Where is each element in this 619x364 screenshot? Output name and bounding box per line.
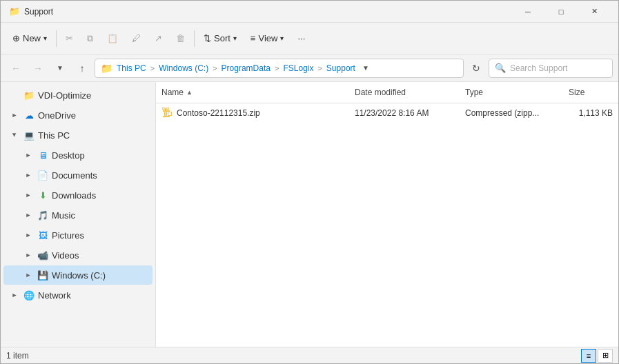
sidebar-item-desktop[interactable]: ► 🖥 Desktop [3, 145, 153, 165]
toolbar: ⊕ New ▾ ✂ ⧉ 📋 🖊 ↗ 🗑 ⇅ Sort ▾ ≡ View ▾ ··… [1, 23, 618, 54]
large-icons-view-button[interactable]: ⊞ [598, 349, 613, 363]
chevron-icon: ► [23, 190, 34, 201]
forward-button[interactable]: → [28, 59, 48, 78]
view-button[interactable]: ≡ View ▾ [244, 28, 291, 50]
chevron-icon [9, 90, 20, 101]
zip-icon: 🗜 [161, 107, 173, 119]
sidebar-item-onedrive[interactable]: ► ☁ OneDrive [3, 105, 153, 125]
back-button[interactable]: ← [6, 59, 26, 78]
sidebar-item-label: Music [52, 210, 147, 221]
breadcrumb-fslogix[interactable]: FSLogix [283, 63, 313, 73]
file-list: Name ▲ Date modified Type Size 🗜 Contoso… [156, 82, 618, 347]
item-count: 1 item [6, 351, 29, 361]
pc-icon: 💻 [23, 129, 35, 141]
breadcrumb-support[interactable]: Support [326, 63, 355, 73]
window-title: Support [24, 7, 53, 17]
column-header-size[interactable]: Size [563, 85, 618, 100]
chevron-icon: ► [23, 230, 34, 241]
new-button[interactable]: ⊕ New ▾ [6, 28, 53, 50]
maximize-button[interactable]: □ [545, 1, 577, 23]
sidebar-item-pictures[interactable]: ► 🖼 Pictures [3, 225, 153, 245]
column-header-name[interactable]: Name ▲ [156, 85, 349, 100]
delete-button[interactable]: 🗑 [170, 28, 191, 50]
view-icon: ≡ [250, 33, 256, 43]
more-button[interactable]: ··· [291, 28, 311, 50]
copy-button[interactable]: ⧉ [81, 28, 99, 50]
sidebar-item-vdi-optimize[interactable]: 📁 VDI-Optimize [3, 85, 153, 105]
copy-icon: ⧉ [87, 33, 93, 44]
new-dropdown-icon: ▾ [43, 34, 47, 42]
chevron-icon: ► [23, 210, 34, 221]
breadcrumb-sep-1: > [150, 64, 155, 72]
title-bar: 📁 Support ─ □ ✕ [1, 1, 618, 23]
sidebar-item-documents[interactable]: ► 📄 Documents [3, 165, 153, 185]
sidebar-item-label: Windows (C:) [52, 270, 147, 281]
rename-button[interactable]: 🖊 [126, 28, 147, 50]
docs-icon: 📄 [37, 169, 49, 181]
sidebar-item-music[interactable]: ► 🎵 Music [3, 205, 153, 225]
column-header-type[interactable]: Type [460, 85, 563, 100]
search-placeholder: Search Support [510, 63, 567, 73]
refresh-button[interactable]: ↻ [466, 59, 486, 78]
chevron-icon: ► [9, 110, 20, 121]
up-button[interactable]: ↑ [72, 59, 92, 78]
minimize-button[interactable]: ─ [512, 1, 544, 23]
windows-icon: 💾 [37, 269, 49, 281]
file-list-header: Name ▲ Date modified Type Size [156, 82, 618, 103]
sidebar-item-label: Downloads [52, 190, 147, 201]
table-row[interactable]: 🗜 Contoso-22112315.zip 11/23/2022 8:16 A… [156, 103, 618, 123]
column-name-label: Name [161, 88, 184, 97]
cut-button[interactable]: ✂ [59, 28, 79, 50]
window-icon: 📁 [9, 6, 20, 17]
sidebar-item-label: Documents [52, 170, 147, 181]
status-bar: 1 item ≡ ⊞ [1, 347, 618, 363]
cut-icon: ✂ [66, 33, 73, 43]
paste-button[interactable]: 📋 [101, 28, 124, 50]
sidebar: 📁 VDI-Optimize ► ☁ OneDrive ► 💻 This PC … [1, 82, 156, 347]
rename-icon: 🖊 [132, 33, 141, 43]
more-icon: ··· [297, 33, 305, 43]
view-dropdown-icon: ▾ [280, 34, 284, 42]
column-size-label: Size [569, 88, 584, 97]
sort-button[interactable]: ⇅ Sort ▾ [197, 28, 243, 50]
address-box[interactable]: 📁 This PC > Windows (C:) > ProgramData >… [95, 59, 464, 78]
sidebar-item-this-pc[interactable]: ► 💻 This PC [3, 125, 153, 145]
recent-locations-button[interactable]: ▼ [50, 59, 70, 78]
sidebar-item-videos[interactable]: ► 📹 Videos [3, 245, 153, 265]
breadcrumb-programdata[interactable]: ProgramData [222, 63, 271, 73]
music-icon: 🎵 [37, 209, 49, 221]
title-bar-left: 📁 Support [9, 6, 53, 17]
title-bar-controls: ─ □ ✕ [512, 1, 610, 23]
column-type-label: Type [465, 88, 483, 97]
file-date: 11/23/2022 8:16 AM [355, 108, 429, 118]
address-dropdown-icon[interactable]: ▼ [362, 64, 369, 72]
details-view-icon: ≡ [587, 352, 591, 360]
search-box[interactable]: 🔍 Search Support [489, 59, 613, 78]
details-view-button[interactable]: ≡ [581, 349, 596, 363]
videos-icon: 📹 [37, 249, 49, 261]
close-button[interactable]: ✕ [578, 1, 610, 23]
toolbar-separator-2 [194, 30, 195, 47]
column-date-label: Date modified [355, 88, 406, 97]
column-header-date[interactable]: Date modified [349, 85, 460, 100]
downloads-icon: ⬇ [37, 189, 49, 201]
file-date-cell: 11/23/2022 8:16 AM [349, 108, 460, 118]
desktop-icon: 🖥 [37, 149, 49, 161]
file-type: Compressed (zipp... [465, 108, 539, 118]
chevron-icon: ► [9, 130, 20, 141]
sidebar-item-network[interactable]: ► 🌐 Network [3, 285, 153, 305]
breadcrumb-windows[interactable]: Windows (C:) [159, 63, 208, 73]
chevron-icon: ► [23, 170, 34, 181]
folder-icon: 📁 [23, 89, 35, 101]
sidebar-item-downloads[interactable]: ► ⬇ Downloads [3, 185, 153, 205]
share-button[interactable]: ↗ [148, 28, 168, 50]
breadcrumb-sep-4: > [317, 64, 322, 72]
new-icon: ⊕ [12, 33, 20, 43]
breadcrumb-thispc[interactable]: This PC [117, 63, 146, 73]
file-type-cell: Compressed (zipp... [460, 108, 563, 118]
chevron-icon: ► [9, 290, 20, 301]
address-bar: ← → ▼ ↑ 📁 This PC > Windows (C:) > Progr… [1, 54, 618, 82]
sidebar-item-windows-c[interactable]: ► 💾 Windows (C:) [3, 265, 153, 285]
file-size: 1,113 KB [579, 108, 613, 118]
new-label: New [23, 33, 41, 43]
